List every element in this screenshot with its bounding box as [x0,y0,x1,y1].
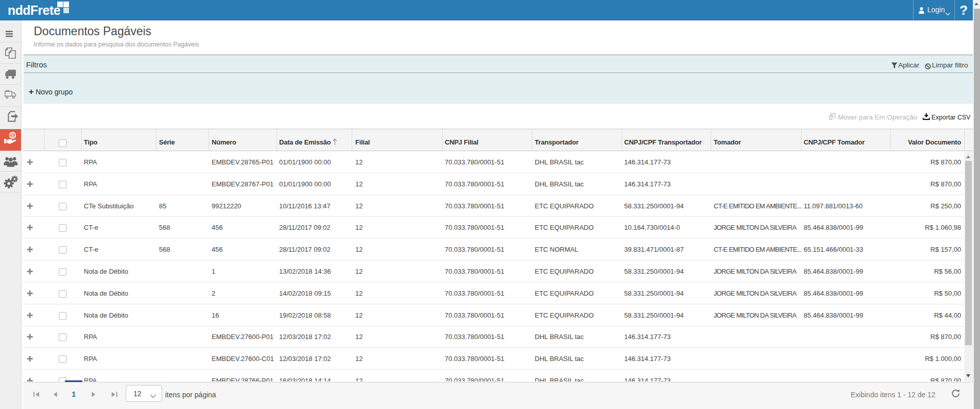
svg-text:$: $ [11,132,14,138]
